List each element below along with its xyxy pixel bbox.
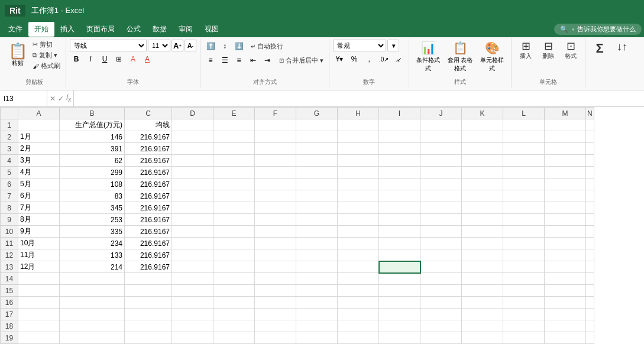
cell-14-B[interactable] bbox=[60, 273, 125, 285]
cell-reference-box[interactable]: I13 bbox=[0, 90, 47, 106]
row-header-7[interactable]: 7 bbox=[1, 190, 18, 202]
cell-11-I[interactable] bbox=[379, 238, 420, 249]
cell-18-H[interactable] bbox=[338, 320, 379, 332]
cell-1-M[interactable] bbox=[545, 119, 586, 131]
cell-12-F[interactable] bbox=[255, 249, 296, 261]
row-header-3[interactable]: 3 bbox=[1, 143, 18, 155]
row-header-2[interactable]: 2 bbox=[1, 131, 18, 143]
align-left-button[interactable]: ≡ bbox=[204, 54, 217, 67]
col-header-M[interactable]: M bbox=[545, 108, 586, 119]
cell-13-N[interactable] bbox=[586, 261, 594, 273]
cell-11-A[interactable]: 10月 bbox=[18, 238, 60, 249]
cell-18-M[interactable] bbox=[545, 320, 586, 332]
cell-10-K[interactable] bbox=[462, 226, 503, 238]
col-header-E[interactable]: E bbox=[213, 108, 255, 119]
cell-1-D[interactable] bbox=[172, 119, 213, 131]
cell-16-C[interactable] bbox=[125, 297, 172, 309]
cell-11-B[interactable]: 234 bbox=[60, 238, 125, 249]
cell-16-J[interactable] bbox=[420, 297, 462, 309]
cell-styles-button[interactable]: 🎨 单元格样式 bbox=[477, 40, 507, 74]
cell-7-M[interactable] bbox=[545, 190, 586, 202]
cell-16-K[interactable] bbox=[462, 297, 503, 309]
cell-17-F[interactable] bbox=[255, 309, 296, 320]
row-header-15[interactable]: 15 bbox=[1, 285, 18, 297]
cell-19-I[interactable] bbox=[379, 332, 420, 344]
cell-14-M[interactable] bbox=[545, 273, 586, 285]
cell-11-C[interactable]: 216.9167 bbox=[125, 238, 172, 249]
cell-1-J[interactable] bbox=[420, 119, 462, 131]
cell-5-H[interactable] bbox=[338, 167, 379, 179]
cell-1-F[interactable] bbox=[255, 119, 296, 131]
cell-9-A[interactable]: 8月 bbox=[18, 214, 60, 226]
cell-10-A[interactable]: 9月 bbox=[18, 226, 60, 238]
cell-8-N[interactable] bbox=[586, 202, 594, 214]
copy-button[interactable]: ⧉ 复制 ▾ bbox=[31, 50, 62, 60]
cell-13-L[interactable] bbox=[503, 261, 545, 273]
cell-4-D[interactable] bbox=[172, 155, 213, 167]
cell-15-B[interactable] bbox=[60, 285, 125, 297]
cell-11-D[interactable] bbox=[172, 238, 213, 249]
format-painter-button[interactable]: 🖌 格式刷 bbox=[31, 61, 62, 71]
cell-13-G[interactable] bbox=[296, 261, 338, 273]
decimal-decrease-button[interactable]: .↙ bbox=[392, 53, 405, 66]
comma-button[interactable]: , bbox=[363, 53, 376, 66]
cell-7-B[interactable]: 83 bbox=[60, 190, 125, 202]
cell-19-G[interactable] bbox=[296, 332, 338, 344]
row-header-14[interactable]: 14 bbox=[1, 273, 18, 285]
format-button[interactable]: ⊡ 格式 bbox=[560, 40, 581, 61]
cell-3-J[interactable] bbox=[420, 143, 462, 155]
cell-10-D[interactable] bbox=[172, 226, 213, 238]
cell-15-I[interactable] bbox=[379, 285, 420, 297]
cell-12-B[interactable]: 133 bbox=[60, 249, 125, 261]
cell-8-E[interactable] bbox=[213, 202, 255, 214]
cell-3-I[interactable] bbox=[379, 143, 420, 155]
cell-3-F[interactable] bbox=[255, 143, 296, 155]
cell-13-D[interactable] bbox=[172, 261, 213, 273]
cell-15-L[interactable] bbox=[503, 285, 545, 297]
cell-12-L[interactable] bbox=[503, 249, 545, 261]
cell-13-J[interactable] bbox=[420, 261, 462, 273]
cancel-icon[interactable]: ✕ bbox=[50, 95, 56, 103]
col-header-C[interactable]: C bbox=[125, 108, 172, 119]
cell-12-I[interactable] bbox=[379, 249, 420, 261]
cell-4-B[interactable]: 62 bbox=[60, 155, 125, 167]
cell-1-N[interactable] bbox=[586, 119, 594, 131]
delete-button[interactable]: ⊟ 删除 bbox=[538, 40, 559, 61]
cell-2-L[interactable] bbox=[503, 131, 545, 143]
menu-item-pagelayout[interactable]: 页面布局 bbox=[80, 22, 121, 37]
cell-19-F[interactable] bbox=[255, 332, 296, 344]
cut-button[interactable]: ✂ 剪切 bbox=[31, 40, 62, 50]
cell-10-M[interactable] bbox=[545, 226, 586, 238]
paste-button[interactable]: 📋 粘贴 bbox=[6, 40, 30, 71]
cell-8-C[interactable]: 216.9167 bbox=[125, 202, 172, 214]
cell-17-G[interactable] bbox=[296, 309, 338, 320]
align-middle-button[interactable]: ↕️ bbox=[218, 40, 231, 53]
cell-18-D[interactable] bbox=[172, 320, 213, 332]
cell-15-M[interactable] bbox=[545, 285, 586, 297]
cell-1-I[interactable] bbox=[379, 119, 420, 131]
cell-13-B[interactable]: 214 bbox=[60, 261, 125, 273]
number-format-select[interactable]: 常规 bbox=[333, 40, 386, 51]
cell-4-J[interactable] bbox=[420, 155, 462, 167]
cell-3-E[interactable] bbox=[213, 143, 255, 155]
cell-14-E[interactable] bbox=[213, 273, 255, 285]
row-header-10[interactable]: 10 bbox=[1, 226, 18, 238]
cell-15-K[interactable] bbox=[462, 285, 503, 297]
cell-14-I[interactable] bbox=[379, 273, 420, 285]
cell-4-A[interactable]: 3月 bbox=[18, 155, 60, 167]
cell-13-E[interactable] bbox=[213, 261, 255, 273]
cell-5-M[interactable] bbox=[545, 167, 586, 179]
cell-9-J[interactable] bbox=[420, 214, 462, 226]
cell-12-G[interactable] bbox=[296, 249, 338, 261]
cell-17-L[interactable] bbox=[503, 309, 545, 320]
cell-6-K[interactable] bbox=[462, 179, 503, 190]
cell-8-G[interactable] bbox=[296, 202, 338, 214]
col-header-I[interactable]: I bbox=[379, 108, 420, 119]
font-name-select[interactable]: 等线 bbox=[70, 40, 147, 51]
cell-8-D[interactable] bbox=[172, 202, 213, 214]
menu-item-data[interactable]: 数据 bbox=[147, 22, 173, 37]
col-header-J[interactable]: J bbox=[420, 108, 462, 119]
cell-9-F[interactable] bbox=[255, 214, 296, 226]
font-size-decrease-button[interactable]: A- bbox=[185, 40, 196, 51]
cell-8-L[interactable] bbox=[503, 202, 545, 214]
